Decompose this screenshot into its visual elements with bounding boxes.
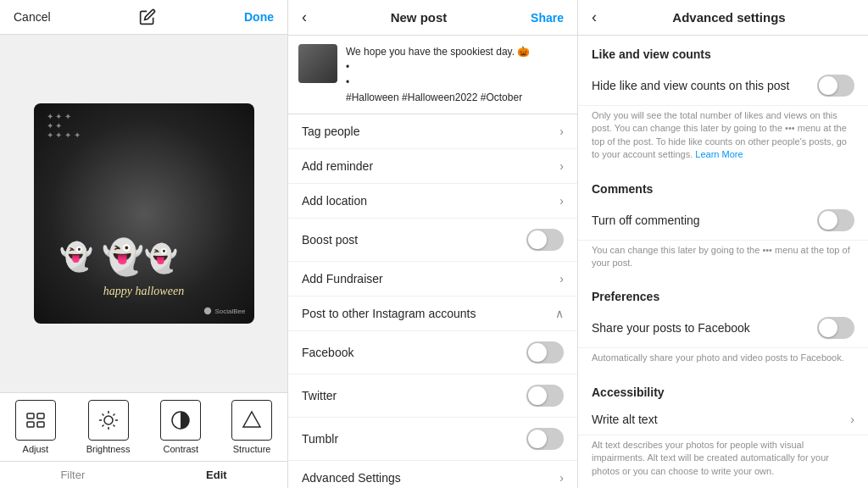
tumblr-item[interactable]: Tumblr (288, 418, 577, 461)
add-fundraiser-item[interactable]: Add Fundraiser › (288, 262, 577, 297)
socialbee-watermark: SocialBee (203, 307, 245, 315)
write-alt-text-chevron: › (850, 413, 854, 426)
share-to-facebook-row[interactable]: Share your posts to Facebook (578, 308, 868, 348)
boost-post-label: Boost post (302, 233, 358, 247)
editor-icons (139, 8, 156, 25)
svg-rect-3 (27, 422, 34, 427)
add-reminder-item[interactable]: Add reminder › (288, 149, 577, 184)
contrast-tool[interactable]: Contrast (160, 400, 201, 454)
newpost-panel: ‹ New post Share We hope you have the sp… (288, 0, 578, 488)
adjust-icon (15, 400, 56, 441)
add-location-item[interactable]: Add location › (288, 184, 577, 219)
brightness-tool[interactable]: Brightness (86, 400, 131, 454)
hide-like-view-description: Only you will see the total number of li… (578, 106, 868, 170)
tag-people-label: Tag people (302, 125, 360, 138)
share-to-facebook-description: Automatically share your photo and video… (578, 348, 868, 373)
editor-panel: Cancel Done ✦ ✦ ✦✦ ✦✦ ✦ ✦ ✦ 👻 👻 👻 happy … (0, 0, 288, 488)
turn-off-commenting-toggle[interactable] (817, 209, 854, 231)
add-reminder-label: Add reminder (302, 159, 373, 173)
svg-line-11 (113, 425, 114, 427)
post-preview: We hope you have the spookiest day. 🎃••#… (288, 36, 577, 114)
advanced-panel: ‹ Advanced settings Like and view counts… (578, 0, 868, 488)
post-to-other-right: ∧ (555, 307, 564, 320)
adjust-tool[interactable]: Adjust (15, 400, 56, 454)
add-location-chevron: › (559, 194, 564, 208)
comments-section-title: Comments (578, 170, 868, 201)
svg-rect-4 (37, 422, 44, 427)
facebook-item[interactable]: Facebook (288, 331, 577, 374)
boost-post-item[interactable]: Boost post (288, 219, 577, 262)
svg-rect-1 (27, 413, 34, 419)
edit-tab[interactable]: Edit (206, 469, 227, 481)
newpost-title: New post (391, 10, 448, 25)
halloween-image: ✦ ✦ ✦✦ ✦✦ ✦ ✦ ✦ 👻 👻 👻 happy halloween So… (34, 103, 254, 324)
advanced-settings-right: › (559, 471, 564, 485)
add-location-right: › (559, 194, 564, 208)
share-button[interactable]: Share (531, 11, 564, 25)
facebook-right (526, 341, 564, 363)
share-to-facebook-toggle[interactable] (817, 317, 854, 339)
tumblr-label: Tumblr (302, 432, 338, 446)
post-to-other-item[interactable]: Post to other Instagram accounts ∧ (288, 297, 577, 331)
svg-line-13 (102, 425, 103, 427)
advanced-settings-item[interactable]: Advanced Settings › (288, 461, 577, 488)
editor-bottom-tabs: Filter Edit (0, 461, 287, 488)
add-fundraiser-right: › (559, 272, 564, 286)
add-fundraiser-label: Add Fundraiser (302, 272, 383, 286)
hide-like-view-toggle[interactable] (817, 75, 854, 97)
share-to-facebook-label: Share your posts to Facebook (592, 321, 817, 335)
advanced-content: Like and view counts Hide like and view … (578, 36, 868, 488)
svg-rect-2 (37, 413, 44, 419)
accessibility-section-title: Accessibility (578, 374, 868, 404)
adjust-label: Adjust (23, 444, 49, 454)
editor-canvas: ✦ ✦ ✦✦ ✦✦ ✦ ✦ ✦ 👻 👻 👻 happy halloween So… (0, 35, 287, 392)
newpost-header: ‹ New post Share (288, 0, 577, 36)
svg-marker-15 (243, 412, 260, 427)
cancel-button[interactable]: Cancel (14, 10, 51, 24)
done-button[interactable]: Done (244, 10, 274, 24)
brightness-icon (88, 400, 129, 441)
advanced-title: Advanced settings (604, 10, 854, 25)
like-view-section-title: Like and view counts (578, 36, 868, 66)
tumblr-toggle[interactable] (526, 428, 564, 450)
pencil-icon[interactable] (139, 8, 156, 25)
tools-row: Adjust Brightn (0, 400, 287, 454)
write-alt-text-label: Write alt text (592, 413, 850, 426)
boost-post-toggle[interactable] (526, 229, 564, 251)
add-location-label: Add location (302, 194, 367, 208)
contrast-icon (160, 400, 201, 441)
turn-off-commenting-label: Turn off commenting (592, 214, 817, 227)
editor-header: Cancel Done (0, 0, 287, 35)
add-fundraiser-chevron: › (559, 272, 564, 286)
twitter-toggle[interactable] (526, 385, 564, 407)
ghost-3: 👻 (144, 242, 178, 274)
ghost-2: 👻 (102, 237, 144, 277)
turn-off-commenting-row[interactable]: Turn off commenting (578, 201, 868, 241)
advanced-settings-label: Advanced Settings (302, 471, 401, 485)
learn-more-link[interactable]: Learn More (695, 149, 743, 159)
turn-off-commenting-description: You can change this later by going to th… (578, 241, 868, 279)
write-alt-text-row[interactable]: Write alt text › (578, 404, 868, 435)
post-to-other-label: Post to other Instagram accounts (302, 307, 476, 320)
birds-decoration: ✦ ✦ ✦✦ ✦✦ ✦ ✦ ✦ (47, 112, 81, 140)
post-caption[interactable]: We hope you have the spookiest day. 🎃••#… (346, 44, 567, 105)
tag-people-right: › (559, 125, 564, 138)
tag-people-chevron: › (559, 125, 564, 138)
write-alt-text-description: Alt text describes your photos for peopl… (578, 435, 868, 486)
brightness-label: Brightness (86, 444, 131, 454)
twitter-item[interactable]: Twitter (288, 374, 577, 418)
halloween-text: happy halloween (103, 285, 184, 298)
advanced-back-button[interactable]: ‹ (592, 8, 597, 26)
post-thumbnail (298, 44, 337, 83)
structure-tool[interactable]: Structure (231, 400, 272, 454)
facebook-label: Facebook (302, 346, 353, 359)
advanced-header: ‹ Advanced settings (578, 0, 868, 36)
newpost-back-button[interactable]: ‹ (302, 8, 307, 26)
svg-line-10 (102, 414, 103, 416)
filter-tab[interactable]: Filter (60, 469, 85, 481)
add-reminder-chevron: › (559, 159, 564, 173)
hide-like-view-row[interactable]: Hide like and view counts on this post (578, 66, 868, 106)
tag-people-item[interactable]: Tag people › (288, 114, 577, 149)
facebook-toggle[interactable] (526, 341, 564, 363)
contrast-label: Contrast (164, 444, 199, 454)
